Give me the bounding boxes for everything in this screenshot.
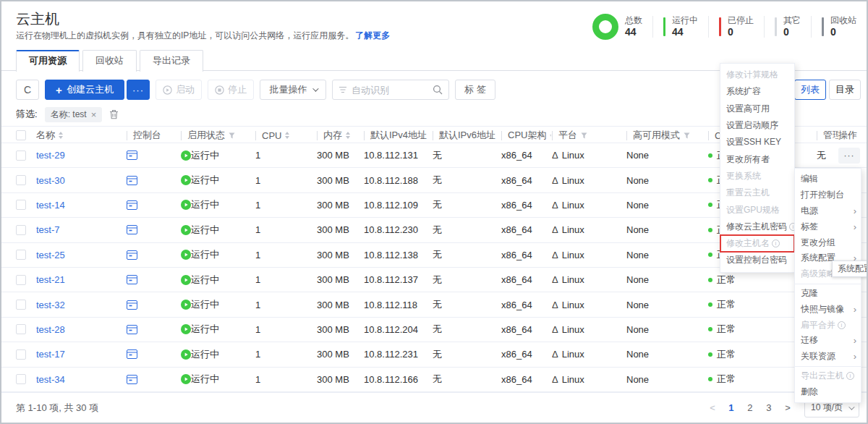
menu-item-11[interactable]: 迁移› <box>795 333 861 349</box>
ha-mode-cell: None <box>626 274 708 285</box>
page-button-3[interactable]: 3 <box>762 402 775 413</box>
page-button-1[interactable]: 1 <box>725 402 738 413</box>
clear-filters-trash-icon[interactable] <box>109 109 119 119</box>
menu-item-8[interactable]: 克隆 <box>795 286 861 302</box>
tab-1[interactable]: 回收站 <box>82 50 137 72</box>
column-header-0[interactable] <box>16 127 36 144</box>
create-more-button[interactable]: ··· <box>127 80 150 100</box>
tab-2[interactable]: 导出记录 <box>140 50 203 72</box>
menu-item-12[interactable]: 关联资源› <box>795 349 861 365</box>
row-checkbox[interactable] <box>16 275 26 285</box>
host-name-link[interactable]: test-7 <box>36 224 60 235</box>
column-header-1[interactable]: 名称 <box>36 127 127 144</box>
column-header-9[interactable]: 平台 <box>552 127 626 144</box>
menu-item-1[interactable]: 打开控制台 <box>795 187 861 203</box>
host-name-link[interactable]: test-30 <box>36 175 65 186</box>
name-cell: test-17 <box>36 349 127 360</box>
host-name-link[interactable]: test-29 <box>36 150 65 161</box>
host-name-link[interactable]: test-28 <box>36 324 65 335</box>
view-list-button[interactable]: 列表 <box>794 80 826 100</box>
stat-text: 总数44 <box>625 15 642 38</box>
console-icon[interactable] <box>127 176 137 185</box>
console-icon[interactable] <box>127 225 137 234</box>
host-name-link[interactable]: test-34 <box>36 374 65 385</box>
menu-item-9[interactable]: 快照与镜像› <box>795 301 861 317</box>
row-checkbox[interactable] <box>16 200 26 210</box>
menu-item-4[interactable]: 设置SSH KEY <box>720 134 794 150</box>
console-icon[interactable] <box>127 200 137 210</box>
refresh-button[interactable]: C <box>16 80 39 100</box>
console-icon[interactable] <box>127 300 137 310</box>
column-label: 管理 <box>823 129 838 142</box>
menu-item-10[interactable]: 扁平合并i <box>795 317 861 333</box>
host-name-link[interactable]: test-21 <box>36 274 65 285</box>
row-checkbox[interactable] <box>16 150 26 161</box>
stop-button[interactable]: 停止 <box>208 80 254 100</box>
console-cell <box>127 150 181 160</box>
menu-item-11[interactable]: 设置控制台密码 <box>720 252 794 268</box>
menu-item-1[interactable]: 系统扩容 <box>720 83 794 100</box>
menu-item-15[interactable]: 删除 <box>795 383 861 399</box>
menu-item-0[interactable]: 修改计算规格 <box>720 67 794 83</box>
linux-icon: Δ <box>552 175 558 186</box>
tab-0[interactable]: 可用资源 <box>16 50 80 72</box>
menu-item-3[interactable]: 设置启动顺序 <box>720 117 794 134</box>
status-text: 运行中 <box>191 348 219 361</box>
console-icon[interactable] <box>127 250 137 260</box>
row-checkbox[interactable] <box>16 374 26 384</box>
host-name-link[interactable]: test-32 <box>36 300 65 310</box>
learn-more-link[interactable]: 了解更多 <box>355 30 390 41</box>
menu-item-label: 设置GPU规格 <box>726 204 780 216</box>
create-host-button[interactable]: +创建云主机 <box>45 80 124 100</box>
menu-item-3[interactable]: 标签› <box>795 219 861 234</box>
tag-button[interactable]: 标签 <box>455 80 495 100</box>
batch-actions-button[interactable]: 批量操作 <box>260 80 326 100</box>
page-button-2[interactable]: 2 <box>744 402 757 413</box>
row-checkbox[interactable] <box>16 349 26 360</box>
menu-item-6[interactable]: 更换系统 <box>720 168 794 185</box>
row-checkbox[interactable] <box>16 225 26 235</box>
menu-item-2[interactable]: 设置高可用 <box>720 101 794 117</box>
row-checkbox[interactable] <box>16 324 26 334</box>
host-name-link[interactable]: test-17 <box>36 349 65 360</box>
menu-item-0[interactable]: 编辑 <box>795 171 861 187</box>
search-input[interactable] <box>352 85 433 96</box>
menu-item-2[interactable]: 电源› <box>795 203 861 219</box>
menu-item-5[interactable]: 更改所有者 <box>720 150 794 167</box>
menu-item-14[interactable]: 导出云主机i <box>795 368 861 384</box>
column-header-8[interactable]: CPU架构 <box>501 127 552 144</box>
host-name-link[interactable]: test-14 <box>36 200 65 211</box>
chip-close-icon[interactable]: × <box>91 109 97 120</box>
prev-page-button[interactable]: < <box>706 402 719 413</box>
running-status-icon <box>181 300 191 310</box>
row-checkbox[interactable] <box>16 300 26 310</box>
console-icon[interactable] <box>127 275 137 284</box>
stat-3: 其它0 <box>775 15 801 38</box>
memory-value: 300 MB <box>317 274 349 285</box>
search-icon[interactable] <box>433 85 443 95</box>
column-header-3[interactable]: 启用状态 <box>181 127 255 144</box>
console-icon[interactable] <box>127 375 137 384</box>
select-all-checkbox[interactable] <box>16 130 26 140</box>
row-checkbox[interactable] <box>16 250 26 260</box>
name-cell: test-28 <box>36 324 127 335</box>
next-page-button[interactable]: > <box>781 402 794 413</box>
start-button[interactable]: 启动 <box>156 80 202 100</box>
menu-item-8[interactable]: 设置GPU规格 <box>720 201 794 218</box>
console-icon[interactable] <box>127 349 137 359</box>
host-name-link[interactable]: test-25 <box>36 250 65 260</box>
menu-item-10[interactable]: 修改主机名i <box>720 235 794 252</box>
menu-item-9[interactable]: 修改云主机密码i <box>720 219 794 235</box>
column-header-10[interactable]: 高可用模式 <box>626 127 708 144</box>
menu-item-4[interactable]: 更改分组 <box>795 234 861 250</box>
view-directory-button[interactable]: 目录 <box>829 80 861 100</box>
console-icon[interactable] <box>127 150 137 160</box>
column-header-5[interactable]: 内存 <box>317 127 364 144</box>
row-checkbox[interactable] <box>16 175 26 185</box>
console-icon[interactable] <box>127 325 137 334</box>
menu-item-7[interactable]: 重置云主机 <box>720 185 794 201</box>
memory-cell: 300 MB <box>317 175 364 186</box>
column-header-4[interactable]: CPU <box>255 127 317 144</box>
status-cell: 运行中 <box>181 248 255 261</box>
row-actions-button[interactable]: ··· <box>838 148 860 164</box>
